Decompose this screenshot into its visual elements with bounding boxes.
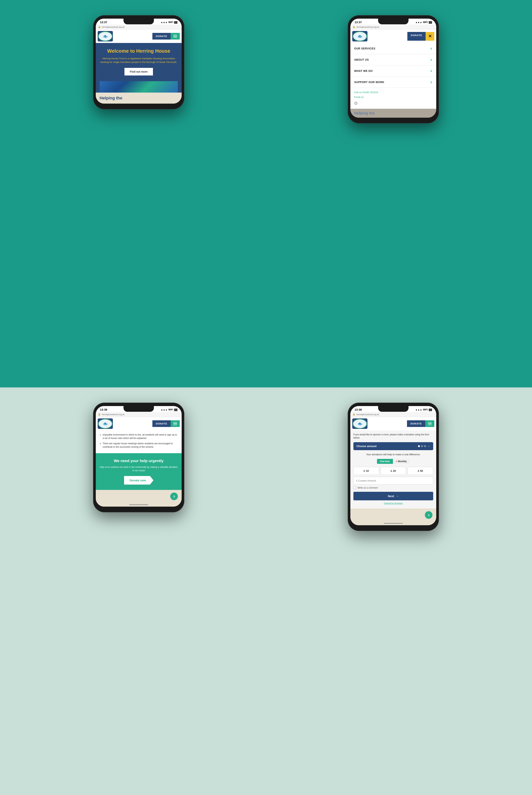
site-header: 🐟 DONATE: [96, 30, 182, 43]
list-item: There are regular house meetings where r…: [102, 442, 178, 449]
donate-now-button[interactable]: Donate now: [124, 476, 153, 484]
menu-overlay: OUR SERVICES ∨ ABOUT US ∨ WHAT WE DO ∨ S…: [350, 43, 436, 109]
donate-button[interactable]: DONATE: [152, 420, 171, 427]
lock-icon: 🔒: [98, 413, 101, 415]
url-text: herringhousetrust.org.uk: [102, 26, 125, 28]
amount-10-button[interactable]: £ 10: [354, 467, 379, 475]
sponsor-text: If you would like to sponsor a room, ple…: [354, 433, 433, 440]
mosaic-decoration: [99, 81, 178, 93]
menu-button[interactable]: [171, 33, 180, 40]
instagram-icon[interactable]: ⊙: [354, 101, 358, 106]
menu-button[interactable]: [171, 420, 180, 427]
status-icons: ▲▲▲ WiFi ▓▓: [161, 21, 177, 23]
rules-list: enjoyable environment in which to live, …: [99, 433, 178, 449]
status-time: 13:38: [355, 408, 362, 411]
menu-item-what-we-do[interactable]: WHAT WE DO ∨: [350, 66, 436, 77]
logo-fish: 🐟: [103, 422, 108, 426]
need-help-section: We need your help urgently help us to co…: [96, 453, 182, 490]
logo-fish: 🐟: [358, 34, 362, 39]
menu-line-3: [173, 37, 177, 38]
next-button[interactable]: Next →: [354, 492, 433, 500]
donation-section: If you would like to sponsor a room, ple…: [350, 430, 436, 509]
status-icons: ▲▲▲ WiFi ▓▓: [161, 408, 177, 411]
menu-line-3: [173, 425, 177, 425]
menu-email-link[interactable]: Email us: [354, 96, 433, 98]
bottom-indicator: [129, 504, 148, 505]
find-out-more-button[interactable]: Find out more: [125, 68, 153, 75]
one-time-button[interactable]: One-time: [377, 459, 393, 464]
battery-icon: ▓▓: [174, 408, 178, 411]
step-indicators: →: [418, 444, 430, 448]
step-arrow-icon[interactable]: →: [427, 444, 430, 448]
menu-line-2: [428, 423, 432, 424]
helping-title-dimmed: Helping the: [354, 111, 433, 115]
phone-top-right: 13:37 ▲▲▲ WiFi ▓▓ 🔒 herringhousetrust.or…: [273, 15, 513, 365]
menu-item-services[interactable]: OUR SERVICES ∨: [350, 43, 436, 54]
chevron-down-icon: ∨: [430, 80, 433, 84]
monthly-label: Monthly: [398, 460, 406, 463]
menu-item-about[interactable]: ABOUT US ∨: [350, 54, 436, 66]
signal-icon: ▲▲▲: [161, 21, 168, 23]
comment-checkbox[interactable]: [354, 486, 356, 489]
amount-50-button[interactable]: £ 50: [407, 467, 433, 475]
donate-button[interactable]: DONATE: [152, 33, 171, 40]
site-logo: 🐟: [352, 31, 367, 41]
header-right: DONATE: [152, 420, 180, 427]
scroll-up-button[interactable]: ∧: [425, 511, 433, 519]
logo-oval: 🐟: [98, 419, 113, 429]
lock-icon: 🔒: [353, 26, 355, 28]
menu-line-1: [428, 422, 432, 423]
site-logo: 🐟: [98, 419, 113, 429]
chevron-down-icon: ∨: [430, 58, 433, 62]
step-dot-3: [424, 445, 426, 447]
site-logo: 🐟: [98, 31, 113, 41]
hero-description: Herring House Trust is a registered char…: [99, 57, 178, 64]
write-comment-row: Write us a comment: [354, 486, 433, 489]
menu-line-2: [173, 423, 177, 424]
signal-icon: ▲▲▲: [161, 408, 168, 411]
menu-line-2: [173, 36, 177, 37]
url-text: herringhousetrust.org.uk: [102, 413, 125, 415]
logo-fish: 🐟: [358, 422, 362, 426]
scroll-up-button[interactable]: ∧: [170, 493, 178, 500]
browser-bar: 🔒 herringhousetrust.org.uk: [350, 412, 436, 417]
custom-amount-input[interactable]: [354, 477, 433, 484]
menu-item-what-we-do-label: WHAT WE DO: [354, 69, 373, 72]
phone-notch: [378, 406, 408, 412]
logo-oval: 🐟: [353, 419, 367, 429]
powered-by-donorbox[interactable]: Powered by Donorbox: [354, 502, 433, 506]
hero-title: Welcome to Herring House: [99, 48, 178, 54]
url-text: herringhousetrust.org.uk: [357, 26, 379, 28]
menu-phone-link[interactable]: Call us 01493 331524: [354, 91, 433, 94]
phone-bottom-bar: [350, 521, 436, 525]
menu-line-3: [428, 425, 432, 425]
monthly-button[interactable]: ♥ Monthly: [393, 459, 410, 464]
phone-bottom-bar: [96, 503, 182, 506]
choose-amount-bar: Choose amount →: [354, 442, 433, 450]
hero-section: Welcome to Herring House Herring House T…: [96, 43, 182, 93]
donate-button[interactable]: DONATE: [407, 32, 425, 41]
chevron-down-icon: ∨: [430, 69, 433, 73]
scroll-up-area: ∧: [350, 509, 436, 521]
wifi-icon: WiFi: [168, 21, 173, 23]
menu-item-support-label: SUPPORT OUR WORK: [354, 80, 384, 84]
menu-item-about-label: ABOUT US: [354, 58, 369, 61]
menu-close-button[interactable]: ✕: [425, 32, 434, 41]
step-dot-1: [418, 445, 420, 447]
next-label: Next: [388, 495, 394, 498]
wifi-icon: WiFi: [423, 408, 428, 411]
battery-icon: ▓▓: [429, 21, 432, 23]
amount-20-button[interactable]: £ 20: [381, 467, 406, 475]
status-time: 13:37: [100, 20, 107, 24]
site-logo: 🐟: [352, 419, 367, 429]
header-right: DONATE: [152, 33, 180, 40]
donate-button[interactable]: DONATE: [407, 420, 425, 427]
site-header: 🐟 DONATE ✕: [350, 30, 436, 43]
phone-bottom-right: 13:38 ▲▲▲ WiFi ▓▓ 🔒 herringhousetrust.or…: [273, 403, 513, 772]
chevron-down-icon: ∨: [430, 47, 433, 51]
scroll-up-area: ∧: [96, 490, 182, 503]
menu-button[interactable]: [425, 420, 434, 427]
signal-icon: ▲▲▲: [415, 408, 422, 411]
menu-item-support[interactable]: SUPPORT OUR WORK ∨: [350, 77, 436, 88]
helping-title: Helping the: [99, 96, 178, 100]
